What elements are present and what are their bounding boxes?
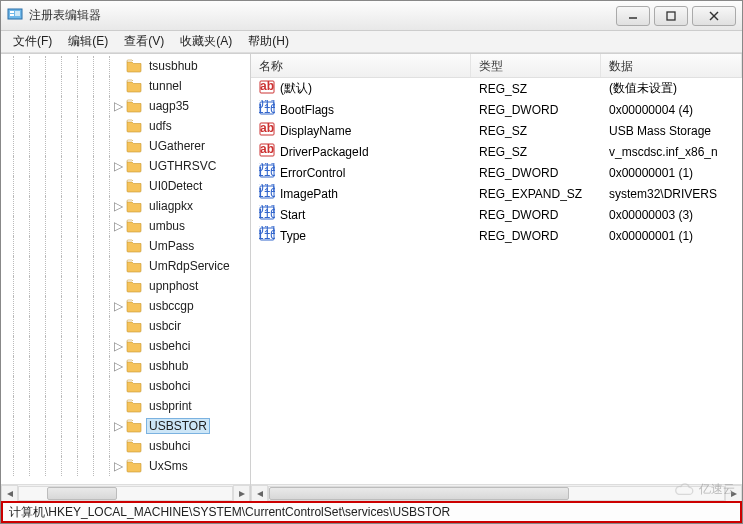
value-type-icon: ab (259, 121, 275, 140)
svg-text:ab: ab (260, 142, 274, 156)
close-button[interactable] (692, 6, 736, 26)
tree-pane[interactable]: ▷tsusbhub▷tunnel▷uagp35▷udfs▷UGatherer▷U… (1, 54, 251, 501)
tree-item-label: usbcir (146, 318, 184, 334)
values-list[interactable]: ab(默认)REG_SZ(数值未设置)011110BootFlagsREG_DW… (251, 78, 742, 484)
values-header: 名称 类型 数据 (251, 54, 742, 78)
tree-item-label: UmRdpService (146, 258, 233, 274)
value-row[interactable]: 011110TypeREG_DWORD0x00000001 (1) (251, 225, 742, 246)
value-name: Start (280, 208, 305, 222)
svg-text:110: 110 (259, 207, 275, 221)
menu-file[interactable]: 文件(F) (5, 31, 60, 52)
svg-text:ab: ab (260, 79, 274, 93)
menu-view[interactable]: 查看(V) (116, 31, 172, 52)
value-type: REG_DWORD (471, 166, 601, 180)
tree-item-label: usbprint (146, 398, 195, 414)
tree-item-label: UGatherer (146, 138, 208, 154)
watermark-text: 亿速云 (699, 481, 735, 498)
tree-item-label: uagp35 (146, 98, 192, 114)
scroll-left-icon[interactable]: ◂ (1, 485, 18, 502)
menu-bar: 文件(F) 编辑(E) 查看(V) 收藏夹(A) 帮助(H) (1, 31, 742, 53)
tree-item-usbccgp[interactable]: ▷usbccgp (3, 296, 250, 316)
scroll-thumb[interactable] (269, 487, 569, 500)
value-name: DisplayName (280, 124, 351, 138)
tree-item-umpass[interactable]: ▷UmPass (3, 236, 250, 256)
value-data: USB Mass Storage (601, 124, 742, 138)
tree-item-uliagpkx[interactable]: ▷uliagpkx (3, 196, 250, 216)
tree-hscroll[interactable]: ◂ ▸ (1, 484, 250, 501)
value-name: DriverPackageId (280, 145, 369, 159)
tree-item-udfs[interactable]: ▷udfs (3, 116, 250, 136)
value-type: REG_SZ (471, 124, 601, 138)
value-row[interactable]: ab(默认)REG_SZ(数值未设置) (251, 78, 742, 99)
content-area: ▷tsusbhub▷tunnel▷uagp35▷udfs▷UGatherer▷U… (1, 53, 742, 501)
tree-item-tunnel[interactable]: ▷tunnel (3, 76, 250, 96)
tree-item-label: umbus (146, 218, 188, 234)
value-row[interactable]: 011110StartREG_DWORD0x00000003 (3) (251, 204, 742, 225)
tree-item-ui0detect[interactable]: ▷UI0Detect (3, 176, 250, 196)
value-data: v_mscdsc.inf_x86_n (601, 145, 742, 159)
value-row[interactable]: 011110BootFlagsREG_DWORD0x00000004 (4) (251, 99, 742, 120)
tree-item-ugthrsvc[interactable]: ▷UGTHRSVC (3, 156, 250, 176)
value-row[interactable]: 011110ImagePathREG_EXPAND_SZsystem32\DRI… (251, 183, 742, 204)
svg-rect-2 (10, 14, 14, 16)
col-header-type[interactable]: 类型 (471, 54, 601, 77)
tree-item-umrdpservice[interactable]: ▷UmRdpService (3, 256, 250, 276)
value-type: REG_SZ (471, 82, 601, 96)
value-row[interactable]: abDisplayNameREG_SZUSB Mass Storage (251, 120, 742, 141)
value-type-icon: 011110 (259, 205, 275, 224)
menu-edit[interactable]: 编辑(E) (60, 31, 116, 52)
tree-item-umbus[interactable]: ▷umbus (3, 216, 250, 236)
menu-favorites[interactable]: 收藏夹(A) (172, 31, 240, 52)
tree-item-usbprint[interactable]: ▷usbprint (3, 396, 250, 416)
tree-item-label: usbohci (146, 378, 193, 394)
svg-text:110: 110 (259, 186, 275, 200)
svg-text:110: 110 (259, 102, 275, 116)
scroll-right-icon[interactable]: ▸ (233, 485, 250, 502)
tree-item-usbohci[interactable]: ▷usbohci (3, 376, 250, 396)
titlebar[interactable]: 注册表编辑器 (1, 1, 742, 31)
value-name: ErrorControl (280, 166, 345, 180)
svg-text:ab: ab (260, 121, 274, 135)
tree-item-usbstor[interactable]: ▷USBSTOR (3, 416, 250, 436)
value-name: (默认) (280, 80, 312, 97)
tree-item-tsusbhub[interactable]: ▷tsusbhub (3, 56, 250, 76)
value-type-icon: ab (259, 79, 275, 98)
tree-item-usbehci[interactable]: ▷usbehci (3, 336, 250, 356)
tree-item-label: usbehci (146, 338, 193, 354)
value-type-icon: ab (259, 142, 275, 161)
tree-item-usbhub[interactable]: ▷usbhub (3, 356, 250, 376)
tree-item-uagp35[interactable]: ▷uagp35 (3, 96, 250, 116)
tree-item-usbuhci[interactable]: ▷usbuhci (3, 436, 250, 456)
status-path: 计算机\HKEY_LOCAL_MACHINE\SYSTEM\CurrentCon… (9, 504, 450, 521)
tree-item-usbcir[interactable]: ▷usbcir (3, 316, 250, 336)
value-type-icon: 011110 (259, 184, 275, 203)
value-data: 0x00000004 (4) (601, 103, 742, 117)
values-hscroll[interactable]: ◂ ▸ (251, 484, 742, 501)
tree-item-upnphost[interactable]: ▷upnphost (3, 276, 250, 296)
value-type: REG_SZ (471, 145, 601, 159)
value-row[interactable]: abDriverPackageIdREG_SZv_mscdsc.inf_x86_… (251, 141, 742, 162)
scroll-track[interactable] (18, 486, 233, 501)
tree-item-uxsms[interactable]: ▷UxSms (3, 456, 250, 476)
col-header-data[interactable]: 数据 (601, 54, 742, 77)
tree-item-ugatherer[interactable]: ▷UGatherer (3, 136, 250, 156)
tree-item-label: uliagpkx (146, 198, 196, 214)
value-type-icon: 011110 (259, 100, 275, 119)
scroll-thumb[interactable] (47, 487, 117, 500)
value-data: 0x00000001 (1) (601, 229, 742, 243)
minimize-button[interactable] (616, 6, 650, 26)
tree-item-label: UI0Detect (146, 178, 205, 194)
col-header-name[interactable]: 名称 (251, 54, 471, 77)
tree-item-label: upnphost (146, 278, 201, 294)
value-type-icon: 011110 (259, 226, 275, 245)
tree-item-label: UmPass (146, 238, 197, 254)
maximize-button[interactable] (654, 6, 688, 26)
status-bar: 计算机\HKEY_LOCAL_MACHINE\SYSTEM\CurrentCon… (1, 501, 742, 523)
value-row[interactable]: 011110ErrorControlREG_DWORD0x00000001 (1… (251, 162, 742, 183)
menu-help[interactable]: 帮助(H) (240, 31, 297, 52)
scroll-left-icon[interactable]: ◂ (251, 485, 268, 502)
svg-rect-5 (667, 12, 675, 20)
value-type-icon: 011110 (259, 163, 275, 182)
scroll-track[interactable] (268, 486, 725, 501)
tree-item-label: UGTHRSVC (146, 158, 219, 174)
